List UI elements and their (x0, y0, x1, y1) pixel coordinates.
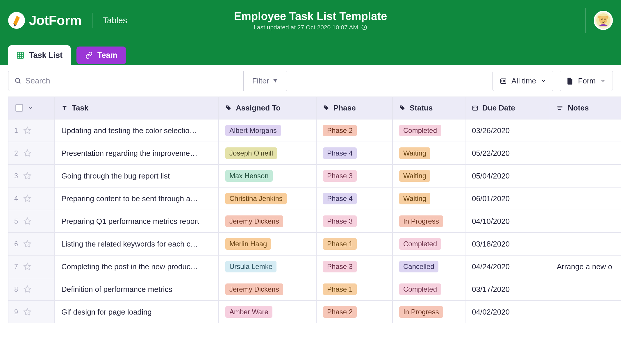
task-cell[interactable]: Presentation regarding the improveme… (55, 142, 219, 165)
svg-point-6 (15, 78, 19, 82)
task-cell[interactable]: Completing the post in the new produc… (55, 255, 219, 278)
row-number-cell[interactable]: 8 (8, 278, 55, 301)
status-cell[interactable]: Completed (392, 278, 465, 301)
chevron-down-icon[interactable] (28, 105, 33, 111)
phase-cell[interactable]: Phase 4 (316, 142, 392, 165)
assignee-cell[interactable]: Max Henson (219, 165, 316, 187)
assignee-cell[interactable]: Joseph O'neill (219, 142, 316, 165)
phase-cell[interactable]: Phase 3 (316, 255, 392, 278)
chevron-down-icon (600, 78, 606, 83)
col-status[interactable]: Status (392, 97, 465, 119)
task-cell[interactable]: Going through the bug report list (55, 165, 219, 187)
row-number-cell[interactable]: 1 (8, 119, 55, 142)
star-icon[interactable] (23, 308, 31, 316)
col-notes[interactable]: Notes (550, 97, 621, 119)
row-number: 4 (14, 195, 18, 203)
notes-icon (557, 105, 564, 111)
col-assigned-to[interactable]: Assigned To (219, 97, 316, 119)
assignee-cell[interactable]: Amber Ware (219, 301, 316, 323)
status-cell[interactable]: Completed (392, 119, 465, 142)
row-number-cell[interactable]: 5 (8, 210, 55, 233)
notes-cell[interactable]: Arrange a new o (550, 255, 621, 278)
task-cell[interactable]: Definition of performance metrics (55, 278, 219, 301)
star-icon[interactable] (23, 263, 31, 271)
due-date-cell[interactable]: 03/18/2020 (465, 233, 550, 255)
star-icon[interactable] (23, 240, 31, 248)
brand-divider (92, 13, 92, 28)
due-date-cell[interactable]: 03/17/2020 (465, 278, 550, 301)
status-cell[interactable]: Completed (392, 233, 465, 255)
star-icon[interactable] (23, 217, 31, 225)
form-dropdown[interactable]: Form (560, 71, 613, 91)
task-cell[interactable]: Updating and testing the color selectio… (55, 119, 219, 142)
row-number-cell[interactable]: 3 (8, 165, 55, 187)
select-all-checkbox[interactable] (15, 104, 23, 112)
phase-cell[interactable]: Phase 2 (316, 301, 392, 323)
row-number-cell[interactable]: 7 (8, 255, 55, 278)
col-phase[interactable]: Phase (316, 97, 392, 119)
avatar[interactable] (594, 11, 613, 30)
row-number: 1 (14, 127, 18, 135)
due-date-cell[interactable]: 04/02/2020 (465, 301, 550, 323)
time-range-label: All time (511, 76, 536, 85)
row-number-cell[interactable]: 4 (8, 187, 55, 210)
due-date-cell[interactable]: 04/24/2020 (465, 255, 550, 278)
row-number-cell[interactable]: 9 (8, 301, 55, 323)
star-icon[interactable] (23, 195, 31, 203)
phase-cell[interactable]: Phase 2 (316, 119, 392, 142)
notes-cell[interactable] (550, 119, 621, 142)
star-icon[interactable] (23, 126, 31, 135)
phase-pill: Phase 1 (323, 283, 357, 295)
star-icon[interactable] (23, 149, 31, 157)
row-number-cell[interactable]: 2 (8, 142, 55, 165)
tab-team[interactable]: Team (76, 47, 126, 64)
col-due-date[interactable]: Due Date (465, 97, 550, 119)
notes-cell[interactable] (550, 142, 621, 165)
due-date-cell[interactable]: 04/10/2020 (465, 210, 550, 233)
notes-cell[interactable] (550, 233, 621, 255)
assignee-cell[interactable]: Jeremy Dickens (219, 278, 316, 301)
due-date-cell[interactable]: 06/01/2020 (465, 187, 550, 210)
phase-cell[interactable]: Phase 1 (316, 233, 392, 255)
task-cell[interactable]: Gif design for page loading (55, 301, 219, 323)
phase-cell[interactable]: Phase 3 (316, 210, 392, 233)
col-task[interactable]: Task (55, 97, 219, 119)
notes-cell[interactable] (550, 210, 621, 233)
assignee-cell[interactable]: Jeremy Dickens (219, 210, 316, 233)
due-date-cell[interactable]: 03/26/2020 (465, 119, 550, 142)
notes-cell[interactable] (550, 165, 621, 187)
status-cell[interactable]: Waiting (392, 142, 465, 165)
due-date-cell[interactable]: 05/04/2020 (465, 165, 550, 187)
notes-cell[interactable] (550, 187, 621, 210)
assignee-cell[interactable]: Merlin Haag (219, 233, 316, 255)
task-cell[interactable]: Preparing Q1 performance metrics report (55, 210, 219, 233)
history-icon[interactable] (361, 24, 367, 31)
notes-cell[interactable] (550, 278, 621, 301)
status-cell[interactable]: In Progress (392, 210, 465, 233)
assignee-cell[interactable]: Ursula Lemke (219, 255, 316, 278)
assignee-cell[interactable]: Albert Morgans (219, 119, 316, 142)
task-cell[interactable]: Listing the related keywords for each c… (55, 233, 219, 255)
phase-cell[interactable]: Phase 3 (316, 165, 392, 187)
status-pill: Completed (399, 238, 441, 250)
star-icon[interactable] (23, 285, 31, 293)
phase-cell[interactable]: Phase 4 (316, 187, 392, 210)
status-cell[interactable]: Cancelled (392, 255, 465, 278)
star-icon[interactable] (23, 172, 31, 180)
time-range-dropdown[interactable]: All time (492, 71, 553, 91)
filter-button[interactable]: Filter (243, 71, 287, 91)
status-cell[interactable]: Waiting (392, 165, 465, 187)
phase-cell[interactable]: Phase 1 (316, 278, 392, 301)
search-input[interactable] (25, 76, 238, 85)
due-date-cell[interactable]: 05/22/2020 (465, 142, 550, 165)
assignee-cell[interactable]: Christina Jenkins (219, 187, 316, 210)
task-cell[interactable]: Preparing content to be sent through a… (55, 187, 219, 210)
tab-task-list[interactable]: Task List (8, 45, 71, 65)
phase-pill: Phase 2 (323, 125, 357, 136)
search-box[interactable] (8, 71, 243, 91)
notes-cell[interactable] (550, 301, 621, 323)
status-cell[interactable]: Waiting (392, 187, 465, 210)
row-number-cell[interactable]: 6 (8, 233, 55, 255)
status-cell[interactable]: In Progress (392, 301, 465, 323)
status-pill: Waiting (399, 193, 430, 204)
